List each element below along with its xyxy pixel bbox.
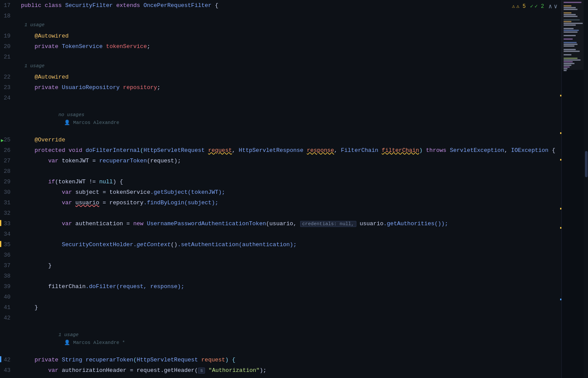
line-content: var authentication = new UsernamePasswor… bbox=[17, 218, 588, 229]
line-content: @Autowired bbox=[17, 31, 588, 41]
table-row: 36 bbox=[0, 250, 588, 260]
line-number bbox=[0, 21, 17, 31]
hint-row: no usages 👤 Marcos Alexandre bbox=[0, 103, 588, 134]
line-number: 44 bbox=[0, 375, 17, 378]
line-number: 23 bbox=[0, 82, 17, 93]
minimap-area bbox=[560, 0, 588, 378]
hint-content: 1 usage bbox=[17, 62, 588, 72]
table-row: 18 bbox=[0, 10, 588, 21]
scrollbar-thumb[interactable] bbox=[585, 151, 588, 177]
table-row: 26 protected void doFilterInternal(HttpS… bbox=[0, 145, 588, 155]
top-badges: ⚠ ⚠ 5 ✓ ✓ 2 ∧ ∨ bbox=[512, 3, 557, 10]
line-number: 18 bbox=[0, 10, 17, 21]
line-number: 38 bbox=[0, 271, 17, 281]
table-row: 21 bbox=[0, 52, 588, 62]
hint-content: 1 usage bbox=[17, 21, 588, 31]
editor-container: ⚠ ⚠ 5 ✓ ✓ 2 ∧ ∨ 17 public class Security… bbox=[0, 0, 588, 378]
table-row: 23 private UsuarioRepository repository; bbox=[0, 82, 588, 93]
line-content bbox=[17, 52, 588, 62]
nav-arrows: ∧ ∨ bbox=[548, 3, 557, 10]
line-content bbox=[17, 93, 588, 103]
warning-icon: ⚠ bbox=[512, 3, 515, 10]
line-number: 37 bbox=[0, 260, 17, 271]
ok-badge[interactable]: ✓ ✓ 2 bbox=[530, 3, 544, 10]
line-number bbox=[0, 62, 17, 72]
line-number: 39 bbox=[0, 281, 17, 292]
line-content: var usuario = repository.findByLogin(sub… bbox=[17, 197, 588, 208]
hint-row: 1 usage bbox=[0, 62, 588, 72]
line-number: 20 bbox=[0, 41, 17, 52]
line-content bbox=[17, 250, 588, 260]
line-content: var subject = tokenService.getSubject(to… bbox=[17, 187, 588, 197]
line-number: 27 bbox=[0, 155, 17, 166]
table-row: 41 } bbox=[0, 302, 588, 313]
line-number: 21 bbox=[0, 52, 17, 62]
line-number bbox=[0, 103, 17, 134]
table-row: 29 if(tokenJWT != null) { bbox=[0, 176, 588, 187]
line-content: private TokenService tokenService; bbox=[17, 41, 588, 52]
line-number: 24 bbox=[0, 93, 17, 103]
line-content: var tokenJWT = recuperarToken(request); bbox=[17, 155, 588, 166]
line-number: 22 bbox=[0, 72, 17, 82]
line-content: private UsuarioRepository repository; bbox=[17, 82, 588, 93]
line-number: 43 bbox=[0, 365, 17, 375]
line-number: 34 bbox=[0, 229, 17, 239]
line-content bbox=[17, 208, 588, 218]
line-number: 28 bbox=[0, 166, 17, 176]
table-row: 22 @Autowired bbox=[0, 72, 588, 82]
minimap[interactable] bbox=[561, 0, 585, 378]
line-number: 42 bbox=[0, 313, 17, 323]
table-row: 30 var subject = tokenService.getSubject… bbox=[0, 187, 588, 197]
table-row: 33 var authentication = new UsernamePass… bbox=[0, 218, 588, 229]
table-row: 20 private TokenService tokenService; bbox=[0, 41, 588, 52]
table-row: 37 } bbox=[0, 260, 588, 271]
credentials-hint: credentials: null, bbox=[300, 221, 356, 227]
code-table: 17 public class SecurityFilter extends O… bbox=[0, 0, 588, 378]
hint-row: 1 usage bbox=[0, 21, 588, 31]
table-row: 19 @Autowired bbox=[0, 31, 588, 41]
line-content bbox=[17, 229, 588, 239]
line-number: 29 bbox=[0, 176, 17, 187]
line-number: 30 bbox=[0, 187, 17, 197]
line-content bbox=[17, 166, 588, 176]
table-row: 32 bbox=[0, 208, 588, 218]
table-row: 35 SecurityContextHolder.getContext().se… bbox=[0, 239, 588, 250]
line-number: ▶ 25 bbox=[0, 134, 17, 145]
table-row: 43 var authorizationHeader = request.get… bbox=[0, 365, 588, 375]
table-row: 27 var tokenJWT = recuperarToken(request… bbox=[0, 155, 588, 166]
table-row: 38 bbox=[0, 271, 588, 281]
line-content: public class SecurityFilter extends Once… bbox=[17, 0, 588, 10]
s-hint: s bbox=[198, 368, 205, 374]
table-row: 42 private String recuperarToken(HttpSer… bbox=[0, 354, 588, 365]
warning-badge[interactable]: ⚠ ⚠ 5 bbox=[512, 3, 526, 10]
line-number: 35 bbox=[0, 239, 17, 250]
table-row: 28 bbox=[0, 166, 588, 176]
table-row: 17 public class SecurityFilter extends O… bbox=[0, 0, 588, 10]
table-row: 44 if(authorizationHeader != null){ bbox=[0, 375, 588, 378]
table-row: 39 filterChain.doFilter(request, respons… bbox=[0, 281, 588, 292]
nav-up-arrow[interactable]: ∧ bbox=[548, 3, 552, 10]
line-content bbox=[17, 292, 588, 302]
ok-count: ✓ 2 bbox=[534, 3, 544, 10]
scrollbar[interactable] bbox=[584, 0, 588, 378]
line-number: 31 bbox=[0, 197, 17, 208]
line-content: @Override bbox=[17, 134, 588, 145]
line-content: } bbox=[17, 260, 588, 271]
table-row: 40 bbox=[0, 292, 588, 302]
line-content bbox=[17, 313, 588, 323]
table-row: 42 bbox=[0, 313, 588, 323]
hint-content: no usages 👤 Marcos Alexandre bbox=[17, 103, 588, 134]
line-content bbox=[17, 271, 588, 281]
line-content: if(tokenJWT != null) { bbox=[17, 176, 588, 187]
line-content: @Autowired bbox=[17, 72, 588, 82]
line-content bbox=[17, 10, 588, 21]
line-number: 36 bbox=[0, 250, 17, 260]
line-content: SecurityContextHolder.getContext().setAu… bbox=[17, 239, 588, 250]
warning-count: ⚠ 5 bbox=[516, 3, 526, 10]
code-area[interactable]: ⚠ ⚠ 5 ✓ ✓ 2 ∧ ∨ 17 public class Security… bbox=[0, 0, 588, 378]
line-number: 17 bbox=[0, 0, 17, 10]
line-content: protected void doFilterInternal(HttpServ… bbox=[17, 145, 588, 155]
table-row: 31 var usuario = repository.findByLogin(… bbox=[0, 197, 588, 208]
nav-down-arrow[interactable]: ∨ bbox=[554, 3, 557, 10]
run-icon[interactable]: ▶ bbox=[1, 136, 4, 145]
